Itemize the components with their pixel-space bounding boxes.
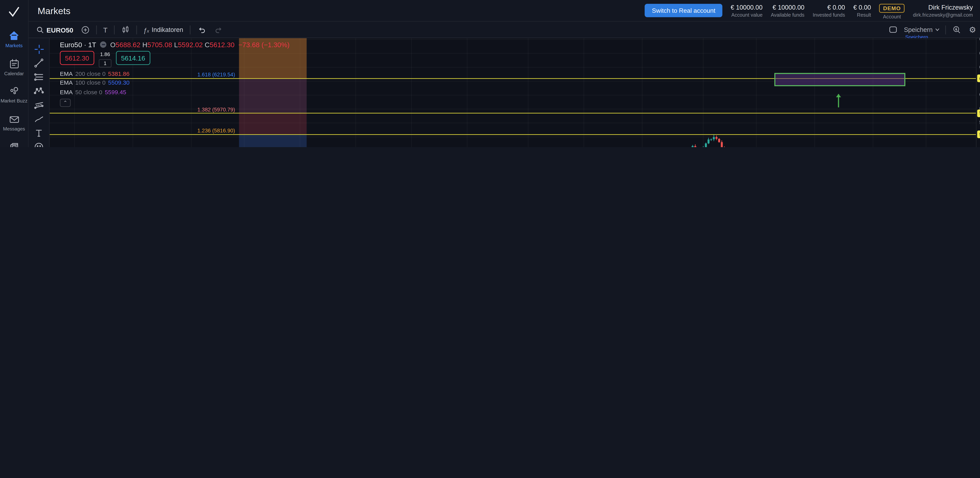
indicator-row-ema-100[interactable]: EMA100 close 05509.30 [60, 80, 290, 86]
indicator-row-ema-50[interactable]: EMA50 close 05599.45 [60, 89, 290, 95]
chart-region: ❯ Euro50 · 1T O5688.62 H5705.08 L5592.02… [29, 38, 980, 147]
drawing-toolbar: ❯ [29, 38, 49, 147]
indicator-row-ema-200[interactable]: EMA200 close 05381.86 [60, 70, 290, 77]
app-sidebar: MarketsCalendarMarket BuzzMessagesNews [0, 0, 29, 147]
price-axis-label: 6300.00 [977, 64, 980, 70]
page-title: Markets [38, 5, 70, 16]
user-info[interactable]: Dirk Friczewsky dirk.friczewsky@gmail.co… [913, 3, 973, 17]
switch-to-real-account-button[interactable]: Switch to Real account [645, 4, 722, 17]
home-icon [8, 29, 21, 42]
price-axis-label: 5900.00 [977, 120, 980, 125]
main-chart-legend: Euro50 · 1T O5688.62 H5705.08 L5592.02 C… [60, 41, 290, 107]
demo-account-badge: DEMO Account [879, 2, 905, 20]
quantity-field[interactable]: 1 [99, 59, 111, 67]
sidebar-item-market-buzz[interactable]: Market Buzz [0, 86, 29, 105]
chevron-down-icon [934, 27, 940, 33]
pattern-tool-icon[interactable] [32, 84, 46, 98]
price-badge-5970.79: 5970.79 [977, 109, 980, 117]
save-layout-button[interactable]: Speichern Speichern [904, 26, 940, 33]
indicators-button[interactable]: ƒx Indikatoren [142, 26, 185, 33]
price-axis-label: 6500.00 [977, 36, 980, 42]
text-tool-icon[interactable] [32, 126, 46, 140]
news-icon [8, 141, 20, 147]
trading-platform-app: MarketsCalendarMarket BuzzMessagesNews M… [0, 0, 980, 147]
spread-label: 1.86 [94, 51, 116, 57]
user-email: dirk.friczewsky@gmail.com [913, 12, 973, 17]
layout-select-icon[interactable] [887, 25, 899, 34]
interval-button[interactable]: T [102, 26, 109, 33]
chart-plot-area[interactable]: Euro50 · 1T O5688.62 H5705.08 L5592.02 C… [50, 38, 980, 147]
fib-retracement-tool-icon[interactable] [32, 70, 46, 84]
price-badge-5816.90: 5816.90 [977, 131, 980, 138]
symbol-status-icon[interactable] [100, 41, 107, 48]
legend-collapse-button[interactable]: ⌃ [60, 98, 71, 107]
settings-gear-icon[interactable]: ⚙ [968, 25, 977, 35]
symbol-search-button[interactable]: EURO50 [35, 26, 75, 33]
sell-button[interactable]: 5612.30 [60, 51, 94, 65]
price-axis-label: 6400.00 [977, 50, 980, 56]
projection-tool-icon[interactable] [32, 98, 46, 112]
fib-level-label-1.236: 1.236 (5816.90) [50, 127, 235, 134]
chart-toolbar: EURO50 T ƒx Indikatoren [29, 21, 980, 38]
buzz-icon [8, 86, 20, 98]
quick-search-icon[interactable] [951, 25, 963, 34]
price-badge-6219.54: 6219.54 [977, 75, 980, 82]
compare-add-icon[interactable] [80, 25, 91, 34]
symbol-interval-label[interactable]: Euro50 · 1T [60, 41, 96, 48]
change-label: −73.68 (−1.30%) [238, 41, 290, 48]
emoji-tool-icon[interactable] [32, 140, 46, 147]
ohlc-O-label: O [110, 41, 115, 48]
chart-style-candles-icon[interactable] [119, 25, 131, 34]
search-icon [36, 26, 44, 33]
crosshair-tool-icon[interactable] [32, 42, 46, 56]
price-axis-label: 6100.00 [977, 92, 980, 98]
calendar-icon [8, 58, 20, 70]
account-stat-account-value: € 10000.00Account value [731, 3, 763, 17]
ohlc-H-label: H [142, 41, 147, 48]
buy-button[interactable]: 5614.16 [116, 51, 150, 65]
undo-icon[interactable] [195, 25, 207, 34]
account-stat-result: € 0.00Result [853, 3, 871, 17]
account-stat-available-funds: € 10000.00Available funds [771, 3, 804, 17]
user-name: Dirk Friczewsky [913, 3, 973, 11]
sidebar-item-news[interactable]: News [0, 141, 29, 147]
sidebar-item-messages[interactable]: Messages [0, 113, 29, 132]
sidebar-item-markets[interactable]: Markets [0, 29, 29, 49]
broker-logo-checkmark-icon[interactable] [7, 4, 21, 21]
sidebar-item-calendar[interactable]: Calendar [0, 58, 29, 77]
fx-icon: ƒx [143, 26, 149, 33]
symbol-label: EURO50 [46, 26, 73, 33]
redo-icon[interactable] [212, 25, 224, 34]
fib-level-label-1.382: 1.382 (5970.79) [50, 106, 235, 113]
ohlc-L-label: L [174, 41, 178, 48]
account-stat-invested-funds: € 0.00Invested funds [813, 3, 845, 17]
top-header: Markets Switch to Real account € 10000.0… [29, 0, 980, 21]
trend-line-tool-icon[interactable] [32, 56, 46, 70]
ohlc-C-label: C [205, 41, 210, 48]
envelope-icon [8, 113, 20, 125]
brush-tool-icon[interactable] [32, 112, 46, 126]
price-axis[interactable]: 6500.006400.006300.006200.006100.006000.… [976, 38, 980, 147]
